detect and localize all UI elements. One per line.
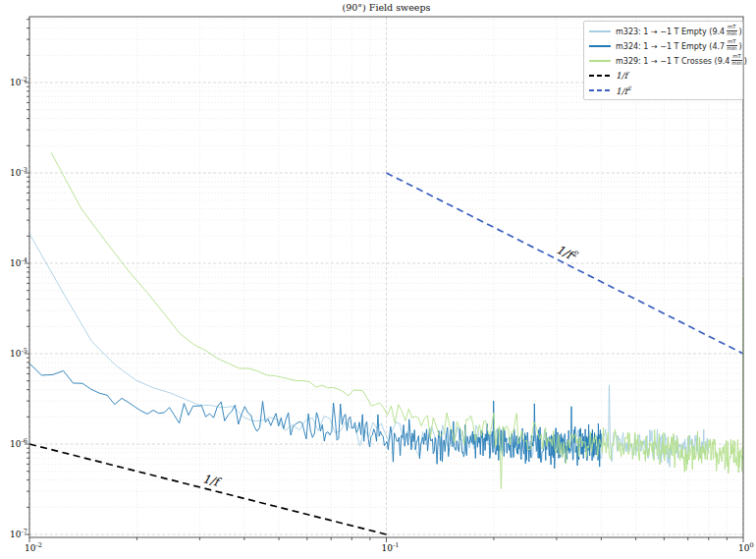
tick-label: 10-5	[10, 347, 27, 359]
legend-label-m323: m323: 1 → −1 T Empty (9.4mTmin)	[616, 26, 742, 37]
legend-swatch-m323	[589, 30, 611, 32]
tick-label: 10-3	[10, 166, 27, 178]
legend-item-m324: m324: 1 → −1 T Empty (4.7mTmin)	[589, 40, 736, 52]
tick-label: 10-2	[25, 541, 42, 553]
legend-label-one-over-f: 1/f	[616, 71, 627, 81]
legend-label-m324: m324: 1 → −1 T Empty (4.7mTmin)	[616, 40, 742, 52]
unit-fraction: mTmin	[726, 25, 737, 36]
tick-label: 10-2	[10, 76, 27, 87]
legend-item-one-over-f: 1/f	[589, 70, 736, 82]
legend-item-m323: m323: 1 → −1 T Empty (9.4mTmin)	[589, 26, 736, 37]
legend-item-one-over-f-squared: 1/f2	[589, 84, 736, 96]
legend-label-one-over-f-squared: 1/f2	[616, 84, 631, 96]
series-m323	[29, 234, 709, 468]
annotation-one-over-f-squared-label: 1/f2	[554, 242, 580, 264]
unit-fraction: mTmin	[726, 39, 737, 51]
tick-label: 10-4	[10, 256, 27, 268]
reference-line-one-over-f	[29, 444, 387, 534]
y-tick-labels: 10-210-310-410-510-610-7	[10, 76, 27, 539]
unit-fraction: mTmin	[730, 54, 742, 66]
legend-swatch-one-over-f	[589, 75, 611, 77]
tick-label: 10-6	[10, 437, 27, 449]
legend: m323: 1 → −1 T Empty (9.4mTmin)m324: 1 →…	[583, 21, 743, 100]
legend-swatch-m329	[589, 60, 611, 62]
annotation-one-over-f-label: 1/f	[201, 472, 224, 489]
legend-item-m329: m329: 1 → −1 T Crosses (9.4mTmin)	[589, 55, 736, 67]
tick-label: 100	[738, 541, 754, 553]
legend-swatch-one-over-f-squared	[589, 89, 611, 91]
figure: (90°) Field sweeps 10-210-110010-210-310…	[0, 0, 756, 559]
legend-label-m329: m329: 1 → −1 T Crosses (9.4mTmin)	[616, 55, 747, 67]
tick-label: 10-7	[10, 528, 27, 539]
x-tick-labels: 10-210-1100	[25, 541, 754, 553]
legend-swatch-m324	[589, 45, 611, 47]
tick-label: 10-1	[382, 541, 400, 553]
